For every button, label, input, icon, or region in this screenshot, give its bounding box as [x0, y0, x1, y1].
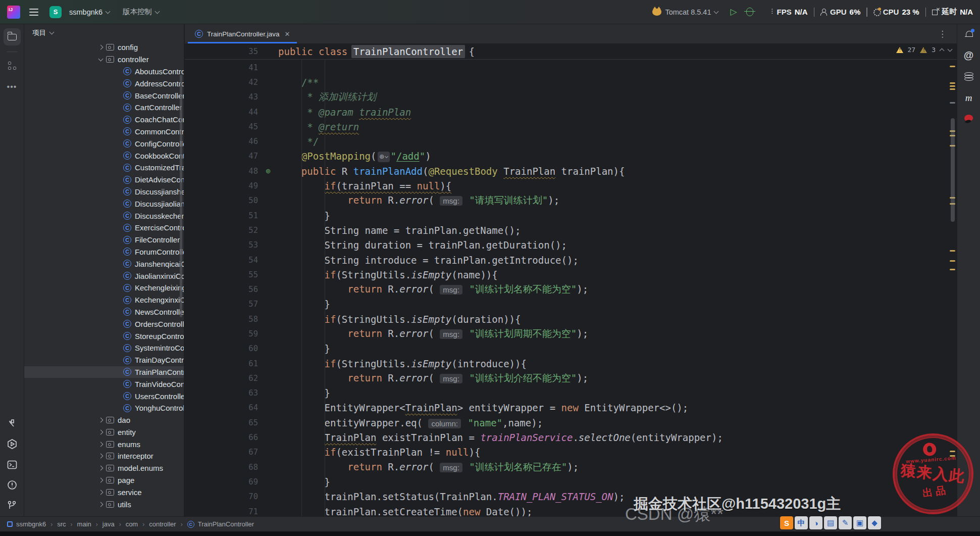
tree-item-aboutuscontroller[interactable]: CAboutusController — [24, 66, 184, 78]
request-mapping-globe-chip[interactable]: ⊕ — [378, 152, 390, 162]
tree-item-entity[interactable]: entity — [24, 426, 184, 438]
tree-item-configcontroller[interactable]: CConfigController — [24, 137, 184, 150]
tree-item-enums[interactable]: enums — [24, 438, 184, 450]
database-icon[interactable] — [964, 72, 973, 81]
code-line-41[interactable]: 41 — [185, 60, 957, 75]
tree-item-basecontroller[interactable]: CBaseController — [24, 89, 184, 102]
code-line-53[interactable]: 53 String duration = trainPlan.getDurati… — [185, 238, 957, 253]
services-button[interactable] — [7, 438, 18, 450]
tree-item-trainvideocontroller[interactable]: CTrainVideoController — [24, 378, 184, 390]
code-line-50[interactable]: 50 return R.error( msg: "请填写训练计划"); — [185, 193, 957, 208]
error-stripe[interactable] — [949, 59, 957, 516]
code-line-62[interactable]: 62 return R.error( msg: "训练计划介绍不能为空"); — [185, 371, 957, 385]
breadcrumb-item-ssmbgnk6[interactable]: ssmbgnk6 — [7, 520, 46, 528]
build-hammer-button[interactable] — [7, 418, 17, 428]
terminal-button[interactable] — [7, 460, 17, 470]
tree-item-kechengxinxicontroller[interactable]: CKechengxinxiController — [24, 294, 184, 306]
tree-item-customizedtrainplancontroller[interactable]: CCustomizedTrainPlanController — [24, 162, 184, 174]
tab-trainplancontroller[interactable]: C TrainPlanController.java ✕ — [188, 24, 297, 43]
tree-item-traindaycontroller[interactable]: CTrainDayController — [24, 354, 184, 366]
close-icon[interactable]: ✕ — [285, 30, 290, 38]
structure-toolwindow-button[interactable] — [4, 57, 21, 74]
tree-item-yonghucontroller[interactable]: CYonghuController — [24, 402, 184, 414]
vcs-widget[interactable]: 版本控制 — [123, 7, 159, 17]
tree-item-page[interactable]: page — [24, 474, 184, 486]
code-line-58[interactable]: 58 if(StringUtils.isEmpty(duration)){ — [185, 312, 957, 326]
tree-item-service[interactable]: service — [24, 486, 184, 498]
notifications-bell-icon[interactable] — [965, 30, 973, 38]
code-line-64[interactable]: 64 EntityWrapper<TrainPlan> entityWrappe… — [185, 401, 957, 415]
ime-key[interactable]: ◑ — [809, 516, 822, 529]
code-line-49[interactable]: 49 if(trainPlan == null){ — [185, 178, 957, 193]
code-line-59[interactable]: 59 return R.error( msg: "训练计划周期不能为空"); — [185, 326, 957, 341]
tree-item-config[interactable]: config — [24, 41, 184, 54]
ime-key[interactable]: 中 — [795, 516, 808, 529]
ime-toolbar[interactable]: S中◑▤✎▣◆ — [780, 516, 881, 529]
tree-item-jiaolianxinxicontroller[interactable]: CJiaolianxinxiController — [24, 270, 184, 282]
tree-item-newscontroller[interactable]: CNewsController — [24, 306, 184, 318]
tree-item-dao[interactable]: dao — [24, 414, 184, 426]
next-problem-button[interactable] — [948, 47, 953, 52]
tree-item-cookbookcontroller[interactable]: CCookbookController — [24, 150, 184, 162]
ime-key[interactable]: ✎ — [839, 516, 852, 529]
code-line-44[interactable]: 44 * @param trainPlan — [185, 105, 957, 119]
run-button[interactable]: ▷ — [730, 8, 737, 16]
stripe-mark-warning[interactable] — [950, 82, 955, 84]
stripe-mark-warning[interactable] — [950, 85, 955, 87]
breadcrumb-item-main[interactable]: main — [77, 520, 91, 528]
tree-item-dietadvisecontroller[interactable]: CDietAdviseController — [24, 174, 184, 186]
tree-item-discusskechengxinxicontroller[interactable]: CDiscusskechengxinxiController — [24, 210, 184, 222]
code-line-47[interactable]: 47 @PostMapping(⊕"/add") — [185, 149, 957, 164]
code-line-46[interactable]: 46 */ — [185, 134, 957, 149]
ime-key[interactable]: ▤ — [824, 516, 837, 529]
tree-item-interceptor[interactable]: interceptor — [24, 450, 184, 462]
code-line-43[interactable]: 43 * 添加训练计划 — [185, 90, 957, 105]
stripe-mark-info[interactable] — [950, 102, 955, 104]
tree-item-discussjianshenqicaicontroller[interactable]: CDiscussjianshenqicaiController — [24, 186, 184, 198]
code-line-61[interactable]: 61 if(StringUtils.isEmpty(introduce)){ — [185, 356, 957, 371]
ime-key[interactable]: S — [780, 516, 793, 529]
tree-item-commoncontroller[interactable]: CCommonController — [24, 126, 184, 138]
code-line-67[interactable]: 67 if(existTrainPlan != null){ — [185, 445, 957, 460]
more-toolwindows-button[interactable]: ••• — [4, 78, 21, 95]
tree-item-trainplancontroller[interactable]: CTrainPlanController — [24, 366, 184, 378]
code-line-66[interactable]: 66 TrainPlan existTrainPlan = trainPlanS… — [185, 430, 957, 445]
tree-item-storeupcontroller[interactable]: CStoreupController — [24, 330, 184, 342]
tree-item-model.enums[interactable]: model.enums — [24, 462, 184, 474]
tree-item-addresscontroller[interactable]: CAddressController — [24, 77, 184, 89]
code-line-60[interactable]: 60 } — [185, 342, 957, 356]
stripe-mark-warning[interactable] — [950, 260, 955, 262]
code-line-51[interactable]: 51 } — [185, 208, 957, 223]
project-toolwindow-button[interactable] — [4, 28, 21, 45]
tree-item-exercisecontroller[interactable]: CExerciseController — [24, 222, 184, 234]
ai-assistant-icon[interactable]: @ — [964, 50, 974, 61]
problems-button[interactable] — [7, 480, 17, 490]
main-menu-button[interactable] — [29, 9, 38, 16]
plugin-icon[interactable] — [964, 114, 973, 122]
breadcrumb-item-java[interactable]: java — [102, 520, 115, 528]
code-editor[interactable]: 4142 /**43 * 添加训练计划44 * @param trainPlan… — [185, 59, 957, 516]
code-line-55[interactable]: 55 if(StringUtils.isEmpty(name)){ — [185, 267, 957, 282]
ime-key[interactable]: ◆ — [868, 516, 881, 529]
git-button[interactable] — [7, 500, 17, 510]
tree-item-filecontroller[interactable]: CFileController — [24, 234, 184, 246]
stripe-mark-warning[interactable] — [950, 269, 955, 270]
tree-item-jianshenqicaicontroller[interactable]: CJianshenqicaiController — [24, 258, 184, 270]
breadcrumb-item-controller[interactable]: controller — [149, 520, 176, 528]
breadcrumb-item-com[interactable]: com — [126, 520, 138, 528]
tree-item-forumcontroller[interactable]: CForumController — [24, 246, 184, 258]
project-panel-header[interactable]: 项目 — [24, 24, 184, 41]
ime-key[interactable]: ▣ — [853, 516, 866, 529]
breadcrumb-item-trainplancontroller[interactable]: CTrainPlanController — [187, 520, 254, 528]
tree-item-cartcontroller[interactable]: CCartController — [24, 102, 184, 114]
stripe-mark-warning[interactable] — [950, 451, 955, 452]
stripe-mark-warning[interactable] — [950, 88, 955, 90]
project-widget[interactable]: S ssmbgnk6 — [49, 6, 110, 18]
run-configuration-selector[interactable]: Tomcat 8.5.41 — [652, 8, 718, 16]
code-line-57[interactable]: 57 } — [185, 297, 957, 312]
mapping-globe-icon[interactable]: ⊕ — [266, 167, 271, 175]
editor-scrollbar-thumb[interactable] — [951, 118, 955, 222]
tree-item-discussjiaolianxinxicontroller[interactable]: CDiscussjiaolianxinxiController — [24, 198, 184, 210]
code-line-42[interactable]: 42 /** — [185, 75, 957, 89]
code-line-68[interactable]: 68 return R.error( msg: "训练计划名称已存在"); — [185, 460, 957, 474]
